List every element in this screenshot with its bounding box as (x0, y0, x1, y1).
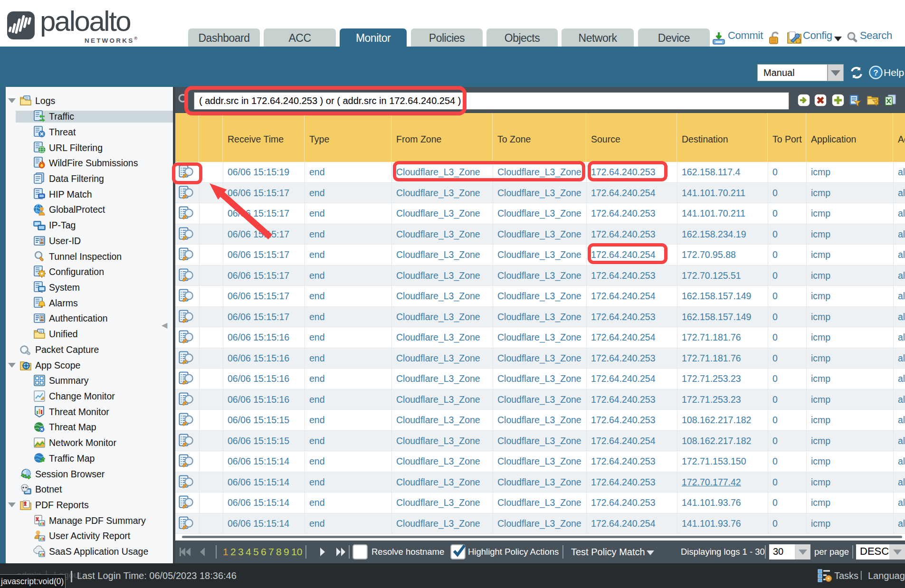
svg-text:?: ? (873, 68, 878, 77)
